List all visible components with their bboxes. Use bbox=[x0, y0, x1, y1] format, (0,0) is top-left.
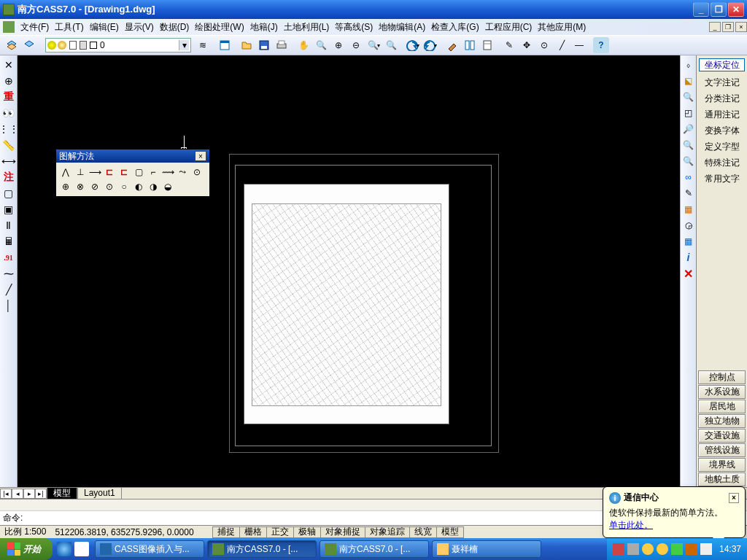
float-btn-14[interactable]: ⊙ bbox=[102, 179, 117, 194]
r-tool-3[interactable]: 🔍 bbox=[682, 90, 695, 104]
pencil-icon[interactable]: ✎ bbox=[501, 37, 517, 53]
right-item-1[interactable]: 分类注记 bbox=[697, 90, 747, 106]
float-toolbar[interactable]: 图解方法 × ⋀ ⊥ ⟶ ⊏ ⊏ ▢ ⌐ ⟿ ⤳ ⊙ ⊕ ⊗ ⊘ ⊙ ○ ◐ ◑ bbox=[55, 149, 210, 197]
balloon-link[interactable]: 单击此处。 bbox=[609, 520, 653, 530]
float-btn-7[interactable]: ⌐ bbox=[146, 165, 160, 179]
match-prop-icon[interactable] bbox=[444, 37, 460, 53]
r-tool-1[interactable]: ⬨ bbox=[682, 58, 695, 71]
status-grid[interactable]: 栅格 bbox=[239, 526, 267, 538]
minimize-button[interactable]: _ bbox=[693, 2, 709, 17]
status-ortho[interactable]: 正交 bbox=[266, 526, 294, 538]
float-btn-6[interactable]: ▢ bbox=[131, 165, 146, 179]
menu-file[interactable]: 文件(F) bbox=[18, 20, 52, 35]
right-btn-2[interactable]: 居民地 bbox=[698, 400, 746, 413]
slash-icon[interactable]: ╱ bbox=[1, 282, 16, 297]
calc-icon[interactable]: 🖩 bbox=[1, 234, 16, 249]
plot-icon[interactable] bbox=[274, 37, 290, 53]
right-item-0[interactable]: 文字注记 bbox=[697, 74, 747, 90]
mdi-restore[interactable]: ❐ bbox=[722, 22, 734, 32]
right-item-6[interactable]: 常用文字 bbox=[697, 171, 747, 187]
float-close-button[interactable]: × bbox=[195, 151, 206, 161]
tab-first[interactable]: |◂ bbox=[0, 489, 12, 499]
scale-icon[interactable]: ⟷ bbox=[1, 154, 16, 168]
menu-feature-edit[interactable]: 地物编辑(A) bbox=[376, 20, 428, 35]
open-icon[interactable] bbox=[239, 37, 255, 53]
r-tool-7[interactable]: 🔍 bbox=[682, 155, 695, 168]
mdi-minimize[interactable]: _ bbox=[709, 22, 721, 32]
float-btn-12[interactable]: ⊗ bbox=[73, 179, 88, 194]
h-icon[interactable]: Ⅱ bbox=[1, 218, 16, 233]
float-btn-4[interactable]: ⊏ bbox=[102, 165, 117, 179]
right-item-2[interactable]: 通用注记 bbox=[697, 106, 747, 122]
save-icon[interactable] bbox=[256, 37, 272, 53]
right-item-3[interactable]: 变换字体 bbox=[697, 122, 747, 139]
tray-icon-1[interactable] bbox=[613, 543, 624, 555]
status-otrack[interactable]: 对象追踪 bbox=[365, 526, 410, 538]
menu-cadastre[interactable]: 地籍(J) bbox=[247, 20, 281, 35]
redo-icon[interactable]: ▾ bbox=[422, 37, 438, 53]
tab-layout1[interactable]: Layout1 bbox=[77, 488, 122, 499]
layers-icon[interactable] bbox=[4, 37, 20, 53]
tray-icon-4[interactable] bbox=[657, 543, 668, 555]
float-btn-17[interactable]: ◑ bbox=[146, 179, 160, 194]
zoom-realtime-icon[interactable]: 🔍 bbox=[313, 37, 329, 53]
task-word[interactable]: CASS图像插入与... bbox=[95, 540, 204, 558]
start-button[interactable]: 开始 bbox=[0, 538, 53, 560]
status-snap[interactable]: 捕捉 bbox=[212, 526, 240, 538]
status-osnap[interactable]: 对象捕捉 bbox=[320, 526, 365, 538]
right-btn-6[interactable]: 境界线 bbox=[698, 458, 746, 472]
right-btn-3[interactable]: 独立地物 bbox=[698, 414, 746, 428]
r-tool-9[interactable]: ✎ bbox=[682, 187, 695, 200]
num-label[interactable]: .91 bbox=[1, 250, 16, 265]
balloon-close[interactable]: × bbox=[729, 493, 739, 503]
tool-palettes-icon[interactable] bbox=[479, 37, 495, 53]
layer-prev-icon[interactable] bbox=[21, 37, 37, 53]
right-panel-head[interactable]: 坐标定位 bbox=[699, 58, 745, 71]
menu-engineering[interactable]: 工程应用(C) bbox=[482, 20, 535, 35]
grid-icon[interactable]: ⋮⋮ bbox=[1, 122, 16, 136]
r-tool-8[interactable]: ∞ bbox=[682, 171, 695, 184]
float-btn-5[interactable]: ⊏ bbox=[117, 165, 131, 179]
menu-data[interactable]: 数据(D) bbox=[157, 20, 193, 35]
status-model[interactable]: 模型 bbox=[436, 526, 464, 538]
status-polar[interactable]: 极轴 bbox=[293, 526, 321, 538]
r-tool-12[interactable]: ▦ bbox=[682, 235, 695, 248]
right-btn-1[interactable]: 水系设施 bbox=[698, 385, 746, 399]
circle-cross-icon[interactable]: ⊕ bbox=[1, 74, 16, 88]
menu-check[interactable]: 检查入库(G) bbox=[428, 20, 481, 35]
menu-view[interactable]: 显示(V) bbox=[122, 20, 157, 35]
layer-selector[interactable]: 0 ▾ bbox=[45, 38, 191, 52]
properties-icon[interactable] bbox=[217, 37, 233, 53]
menu-other[interactable]: 其他应用(M) bbox=[535, 20, 589, 35]
zhu-label[interactable]: 注 bbox=[1, 170, 16, 184]
float-btn-16[interactable]: ◐ bbox=[131, 179, 146, 194]
menu-draw[interactable]: 绘图处理(W) bbox=[192, 20, 247, 35]
right-btn-4[interactable]: 交通设施 bbox=[698, 429, 746, 443]
r-tool-delete[interactable]: ✕ bbox=[682, 267, 695, 280]
right-item-5[interactable]: 特殊注记 bbox=[697, 155, 747, 171]
chong-label[interactable]: 重 bbox=[1, 90, 16, 104]
menu-tools[interactable]: 工具(T) bbox=[52, 20, 86, 35]
float-btn-13[interactable]: ⊘ bbox=[88, 179, 102, 194]
binoc-icon[interactable]: 👀 bbox=[1, 106, 16, 120]
float-btn-2[interactable]: ⊥ bbox=[73, 165, 88, 179]
line-icon[interactable]: ― bbox=[571, 37, 587, 53]
tab-prev[interactable]: ◂ bbox=[12, 489, 23, 499]
r-tool-4[interactable]: ◰ bbox=[682, 106, 695, 120]
menu-edit[interactable]: 编辑(E) bbox=[87, 20, 122, 35]
osnap-icon[interactable]: ⊙ bbox=[536, 37, 552, 53]
r-tool-6[interactable]: 🔍 bbox=[682, 139, 695, 152]
right-item-4[interactable]: 定义字型 bbox=[697, 139, 747, 155]
square-icon[interactable]: ▢ bbox=[1, 186, 16, 201]
zoom-in-icon[interactable]: ⊕ bbox=[330, 37, 347, 53]
zoom-prev-icon[interactable]: 🔍 bbox=[383, 37, 399, 53]
tab-last[interactable]: ▸| bbox=[35, 489, 47, 499]
mdi-close[interactable]: × bbox=[735, 22, 747, 32]
right-btn-0[interactable]: 控制点 bbox=[698, 370, 746, 384]
float-btn-3[interactable]: ⟶ bbox=[88, 165, 102, 179]
tab-next[interactable]: ▸ bbox=[23, 489, 35, 499]
help-icon[interactable]: ? bbox=[593, 37, 609, 53]
r-tool-11[interactable]: ◶ bbox=[682, 219, 695, 232]
close-button[interactable]: ✕ bbox=[728, 2, 744, 17]
point-icon[interactable]: ✕ bbox=[1, 58, 16, 72]
